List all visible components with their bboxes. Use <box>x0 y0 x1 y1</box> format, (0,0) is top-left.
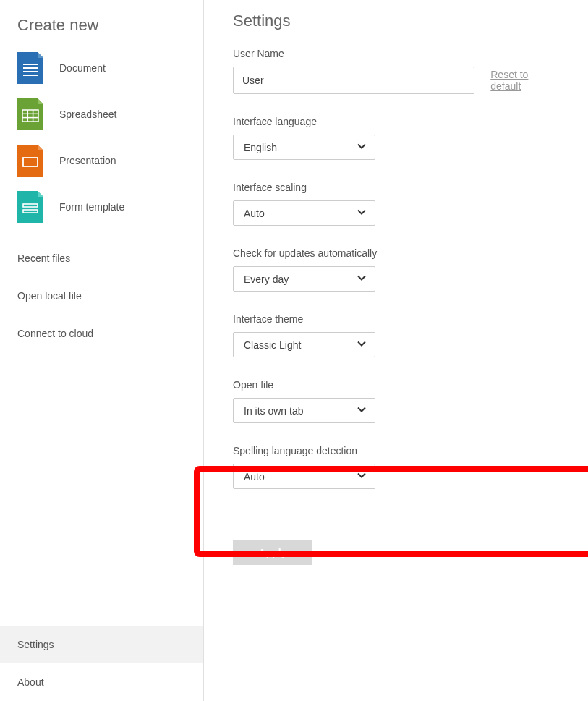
scaling-select[interactable]: Auto <box>233 200 375 226</box>
language-group: Interface language English <box>233 116 559 160</box>
spelling-label: Spelling language detection <box>233 445 559 456</box>
svg-rect-1 <box>23 67 38 69</box>
username-input[interactable] <box>233 67 474 94</box>
scaling-label: Interface scaling <box>233 182 559 193</box>
spelling-select[interactable]: Auto <box>233 464 375 489</box>
username-label: User Name <box>233 48 559 59</box>
updates-label: Check for updates automatically <box>233 247 559 259</box>
spelling-group: Spelling language detection Auto <box>233 445 559 489</box>
username-group: User Name Reset to default <box>233 48 559 94</box>
settings-panel: Settings User Name Reset to default Inte… <box>204 0 588 701</box>
sidebar-links-section: Recent files Open local file Connect to … <box>0 239 203 352</box>
recent-files-link[interactable]: Recent files <box>0 239 203 277</box>
theme-label: Interface theme <box>233 313 559 325</box>
apply-button[interactable]: Apply <box>233 540 312 565</box>
scaling-group: Interface scaling Auto <box>233 182 559 226</box>
document-icon <box>17 52 43 84</box>
reset-to-default-link[interactable]: Reset to default <box>490 69 559 92</box>
create-form-template[interactable]: Form template <box>0 184 203 230</box>
create-form-template-label: Form template <box>59 201 124 213</box>
sidebar-settings[interactable]: Settings <box>0 626 203 663</box>
updates-group: Check for updates automatically Every da… <box>233 247 559 292</box>
theme-select[interactable]: Classic Light <box>233 332 375 357</box>
svg-rect-0 <box>23 64 38 65</box>
svg-rect-3 <box>23 75 38 76</box>
connect-to-cloud-link[interactable]: Connect to cloud <box>0 315 203 352</box>
spreadsheet-icon <box>17 98 43 130</box>
create-document-label: Document <box>59 62 106 74</box>
sidebar: Create new Document <box>0 0 204 701</box>
openfile-label: Open file <box>233 379 559 391</box>
create-document[interactable]: Document <box>0 45 203 91</box>
sidebar-spacer <box>0 352 203 626</box>
svg-rect-2 <box>23 71 38 72</box>
create-presentation-label: Presentation <box>59 155 116 166</box>
create-presentation[interactable]: Presentation <box>0 137 203 184</box>
theme-group: Interface theme Classic Light <box>233 313 559 357</box>
presentation-icon <box>17 145 43 177</box>
create-spreadsheet[interactable]: Spreadsheet <box>0 91 203 137</box>
open-local-file-link[interactable]: Open local file <box>0 277 203 315</box>
language-label: Interface language <box>233 116 559 127</box>
sidebar-heading: Create new <box>0 12 203 45</box>
create-new-section: Create new Document <box>0 0 203 239</box>
openfile-group: Open file In its own tab <box>233 379 559 423</box>
updates-select[interactable]: Every day <box>233 266 375 292</box>
page-title: Settings <box>233 12 559 30</box>
openfile-select[interactable]: In its own tab <box>233 398 375 423</box>
form-template-icon <box>17 191 43 223</box>
create-spreadsheet-label: Spreadsheet <box>59 109 116 120</box>
language-select[interactable]: English <box>233 135 375 160</box>
sidebar-about[interactable]: About <box>0 663 203 701</box>
